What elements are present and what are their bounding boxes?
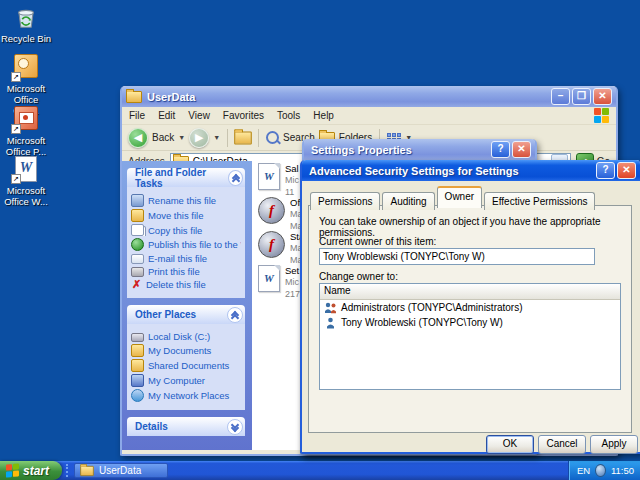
back-button-label[interactable]: Back bbox=[152, 132, 174, 143]
task-delete[interactable]: ✗Delete this file bbox=[131, 279, 241, 290]
task-rename[interactable]: Rename this file bbox=[131, 194, 241, 207]
email-icon bbox=[131, 254, 144, 264]
shortcut-arrow-icon: ↗ bbox=[11, 174, 21, 184]
word-document-icon: W bbox=[258, 265, 280, 292]
list-item-tony[interactable]: Tony Wroblewski (TONYPC\Tony W) bbox=[320, 315, 620, 330]
shortcut-arrow-icon: ↗ bbox=[11, 72, 21, 82]
delete-icon: ✗ bbox=[131, 279, 142, 290]
forward-dropdown-icon[interactable]: ▼ bbox=[213, 134, 220, 141]
task-move[interactable]: Move this file bbox=[131, 209, 241, 222]
menu-help[interactable]: Help bbox=[313, 110, 334, 121]
desktop-icon-powerpoint[interactable]: ↗ MicrosoftOffice P... bbox=[0, 104, 52, 157]
desktop-icon-recycle-bin[interactable]: Recycle Bin bbox=[0, 4, 52, 44]
desktop-icon-word[interactable]: W ↗ MicrosoftOffice W... bbox=[0, 155, 52, 207]
language-indicator[interactable]: EN bbox=[577, 465, 590, 476]
network-places-icon bbox=[131, 389, 144, 402]
folder-icon bbox=[126, 91, 142, 103]
section-title: Other Places bbox=[135, 309, 196, 320]
tab-effective-permissions[interactable]: Effective Permissions bbox=[484, 192, 595, 210]
outlook-icon: ↗ bbox=[13, 54, 39, 80]
file-folder-tasks-section: File and Folder Tasks Rename this file M… bbox=[127, 168, 245, 298]
section-header[interactable]: File and Folder Tasks bbox=[127, 168, 245, 187]
current-owner-label: Current owner of this item: bbox=[319, 236, 436, 247]
other-places-section: Other Places Local Disk (C:) My Document… bbox=[127, 305, 245, 410]
apply-button[interactable]: Apply bbox=[590, 435, 638, 454]
back-icon[interactable]: ◀ bbox=[128, 128, 148, 148]
flash-file-icon: f bbox=[258, 197, 285, 224]
task-print[interactable]: Print this file bbox=[131, 266, 241, 277]
menu-edit[interactable]: Edit bbox=[158, 110, 175, 121]
start-button[interactable]: start bbox=[0, 461, 62, 480]
current-owner-field[interactable]: Tony Wroblewski (TONYPC\Tony W) bbox=[319, 248, 595, 265]
place-local-disk[interactable]: Local Disk (C:) bbox=[131, 331, 241, 342]
tab-permissions[interactable]: Permissions bbox=[310, 192, 380, 210]
shortcut-arrow-icon: ↗ bbox=[11, 124, 21, 134]
powerpoint-icon: ↗ bbox=[13, 106, 39, 132]
up-folder-icon[interactable] bbox=[234, 131, 252, 144]
menu-tools[interactable]: Tools bbox=[277, 110, 300, 121]
expand-chevron-icon[interactable] bbox=[227, 419, 243, 435]
word-document-icon: W bbox=[258, 163, 280, 190]
taskbar-button-userdata[interactable]: UserData bbox=[74, 463, 168, 478]
tab-strip: Permissions Auditing Owner Effective Per… bbox=[310, 186, 597, 208]
task-email[interactable]: E-mail this file bbox=[131, 253, 241, 264]
tab-auditing[interactable]: Auditing bbox=[382, 192, 434, 210]
back-dropdown-icon[interactable]: ▼ bbox=[178, 134, 185, 141]
help-button[interactable]: ? bbox=[491, 141, 510, 158]
task-copy[interactable]: Copy this file bbox=[131, 224, 241, 236]
details-section: Details bbox=[127, 417, 245, 436]
task-pane: File and Folder Tasks Rename this file M… bbox=[122, 161, 252, 450]
recycle-bin-icon bbox=[13, 4, 39, 30]
menu-bar: File Edit View Favorites Tools Help bbox=[122, 107, 616, 125]
close-button[interactable]: ✕ bbox=[512, 141, 531, 158]
place-shared-documents[interactable]: Shared Documents bbox=[131, 359, 241, 372]
search-icon[interactable] bbox=[266, 131, 279, 144]
collapse-chevron-icon[interactable] bbox=[228, 170, 243, 186]
advanced-security-title-bar[interactable]: Advanced Security Settings for Settings … bbox=[302, 160, 640, 181]
user-icon bbox=[324, 317, 337, 329]
collapse-chevron-icon[interactable] bbox=[227, 307, 243, 323]
taskbar: start UserData EN 11:50 bbox=[0, 461, 640, 480]
close-button[interactable]: ✕ bbox=[593, 88, 612, 105]
quick-launch-divider bbox=[66, 464, 68, 477]
copy-icon bbox=[131, 224, 144, 236]
ok-button[interactable]: OK bbox=[486, 435, 534, 454]
close-button[interactable]: ✕ bbox=[617, 162, 636, 179]
menu-favorites[interactable]: Favorites bbox=[223, 110, 264, 121]
minimize-button[interactable]: – bbox=[551, 88, 570, 105]
publish-web-icon bbox=[131, 238, 144, 251]
change-owner-label: Change owner to: bbox=[319, 271, 398, 282]
window-title: Settings Properties bbox=[308, 144, 489, 156]
tab-owner[interactable]: Owner bbox=[437, 186, 482, 208]
explorer-title-bar[interactable]: UserData – ❐ ✕ bbox=[122, 86, 616, 107]
window-title: UserData bbox=[142, 91, 549, 103]
place-my-computer[interactable]: My Computer bbox=[131, 374, 241, 387]
place-network[interactable]: My Network Places bbox=[131, 389, 241, 402]
section-title: Details bbox=[135, 421, 168, 432]
place-my-documents[interactable]: My Documents bbox=[131, 344, 241, 357]
my-computer-icon bbox=[131, 374, 144, 387]
menu-view[interactable]: View bbox=[188, 110, 210, 121]
word-icon: W ↗ bbox=[13, 156, 39, 182]
forward-icon[interactable]: ▶ bbox=[189, 128, 209, 148]
list-item-administrators[interactable]: Administrators (TONYPC\Administrators) bbox=[320, 300, 620, 315]
maximize-button[interactable]: ❐ bbox=[572, 88, 591, 105]
file-item[interactable]: W Set Mic 217 bbox=[258, 265, 300, 300]
help-button[interactable]: ? bbox=[596, 162, 615, 179]
clock[interactable]: 11:50 bbox=[611, 465, 634, 476]
desktop-icon-label: Microsoft bbox=[7, 83, 46, 94]
section-header[interactable]: Details bbox=[127, 417, 245, 436]
tray-status-icon[interactable] bbox=[595, 464, 606, 477]
list-column-header[interactable]: Name bbox=[320, 284, 620, 300]
menu-file[interactable]: File bbox=[129, 110, 145, 121]
desktop-icon-label: Microsoft bbox=[7, 135, 46, 146]
rename-icon bbox=[131, 194, 144, 207]
system-tray: EN 11:50 bbox=[568, 461, 640, 480]
cancel-button[interactable]: Cancel bbox=[538, 435, 586, 454]
task-publish-web[interactable]: Publish this file to the Web bbox=[131, 238, 241, 251]
owner-tab-page: You can take ownership of an object if y… bbox=[308, 205, 632, 433]
settings-properties-title-bar[interactable]: Settings Properties ? ✕ bbox=[304, 139, 535, 160]
section-header[interactable]: Other Places bbox=[127, 305, 245, 324]
file-item[interactable]: W Sal Mic 11 bbox=[258, 163, 299, 198]
owner-list[interactable]: Name Administrators (TONYPC\Administrato… bbox=[319, 283, 621, 390]
